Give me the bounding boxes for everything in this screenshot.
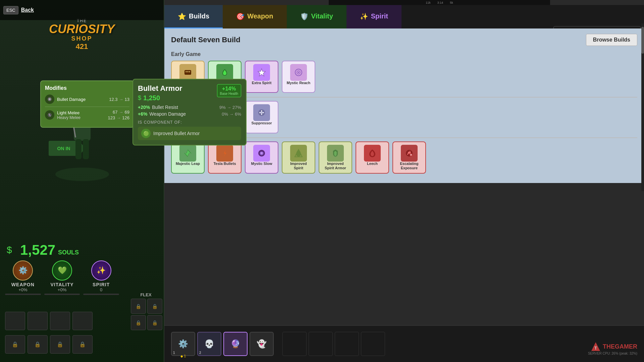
weapon-damage-label: Weapon Damage (149, 111, 186, 117)
empty-slot-2[interactable] (309, 332, 333, 356)
bullet-resist-label: Bullet Resist (152, 105, 178, 110)
equip-slot-8[interactable] (72, 335, 93, 354)
flex-slot-3[interactable] (131, 315, 146, 330)
item-majestic-leap[interactable]: ACTIVE Majestic Leap (171, 141, 205, 174)
mini-stat-1: 11k (426, 1, 431, 4)
vitality-stat-bar (44, 294, 80, 295)
shop-logo: THE CURIOSITY SHOP 421 (48, 18, 115, 51)
vitality-tab-label: Vitality (311, 12, 333, 20)
scrollbar-thumb[interactable] (641, 27, 644, 54)
main-panel: 11k 3:14 5k ⭐ Builds 🎯 Weapon 🛡️ Vitalit… (164, 0, 644, 362)
tab-spirit[interactable]: ✨ Spirit (346, 5, 401, 28)
spirit-tab-icon: ✨ (360, 12, 368, 20)
weapon-stat: ⚙️ WEAPON +0% (5, 260, 41, 295)
souls-amount: 1,527 (20, 242, 55, 258)
item-leech[interactable]: Leech (356, 141, 389, 174)
tab-bar: ⭐ Builds 🎯 Weapon 🛡️ Vitality ✨ Spirit ✕ (164, 5, 644, 28)
browse-builds-button[interactable]: Browse Builds (586, 34, 637, 46)
extra-spirit-name: Extra Spirit (252, 81, 272, 85)
weapon-damage-range: 0% → 6% (222, 112, 241, 117)
svg-text:T: T (594, 346, 597, 351)
scrollbar[interactable] (641, 23, 644, 191)
equip-slot-7[interactable] (50, 335, 70, 354)
spirit-stat: ✨ SPIRIT 0 (83, 260, 119, 295)
esc-button[interactable]: ESC (3, 6, 18, 14)
improved-spirit-armor-name: Improved Spirit Armor (322, 162, 349, 170)
item-mystic-slow[interactable]: Mystic Slow (245, 141, 278, 174)
heavy-to: 126 (122, 115, 129, 120)
component-name: Improved Bullet Armor (153, 131, 200, 136)
health-label: Base Health (220, 92, 238, 96)
equip-slot-5[interactable] (5, 335, 25, 354)
item-tooltip: Bullet Armor $ 1,250 +14% Base Health +2… (132, 79, 247, 145)
spirit-tab-label: Spirit (371, 12, 388, 20)
equip-slot-2[interactable] (28, 312, 48, 330)
suppressor-icon (253, 104, 270, 121)
item-improved-spirit-armor[interactable]: Improved Spirit Armor (319, 141, 352, 174)
extra-spirit-icon (253, 64, 270, 81)
component-item[interactable]: 🟢 Improved Bullet Armor (138, 127, 241, 140)
modifies-title: Modifies (45, 85, 129, 91)
empty-slot-3[interactable] (335, 332, 359, 356)
empty-slot-1[interactable] (282, 332, 307, 356)
bottom-item-4[interactable]: 👻 (250, 332, 274, 356)
back-button[interactable]: Back (21, 7, 34, 13)
vitality-stat-val: +0% (58, 287, 66, 292)
svg-rect-9 (83, 139, 89, 159)
svg-point-17 (185, 71, 187, 72)
enduring-spirit-icon (216, 64, 233, 81)
svg-point-32 (261, 152, 263, 154)
bottom-item-1-icon: ⚙️ (178, 339, 188, 349)
svg-point-18 (187, 71, 189, 72)
svg-text:ON IN: ON IN (57, 146, 70, 151)
escalating-exposure-name: Escalating Exposure (396, 162, 423, 170)
bottom-item-1[interactable]: ⚙️ 1 ◆ 1 (171, 332, 195, 356)
light-melee-label: Light Melee (57, 110, 105, 115)
tesla-bullets-name: Tesla Bullets (213, 162, 236, 166)
light-from: 67 (113, 110, 117, 115)
equip-slot-6[interactable] (28, 335, 48, 354)
souls-label: SOULS (58, 249, 79, 256)
item-mystic-reach[interactable]: Mystic Reach (282, 61, 315, 93)
equip-slot-3[interactable] (50, 312, 70, 330)
equip-slot-4[interactable] (72, 312, 93, 330)
weapon-tab-icon: 🎯 (236, 12, 245, 20)
flex-label: FLEX (131, 292, 161, 297)
weapon-damage-prefix: +6% (138, 111, 147, 117)
equip-slot-1[interactable] (5, 312, 25, 330)
late-game-items: ACTIVE Majestic Leap Tesla Bullets Mysti… (171, 141, 637, 174)
mystic-slow-name: Mystic Slow (251, 162, 272, 166)
price-icon: $ (138, 95, 141, 102)
flex-slot-1[interactable] (131, 299, 146, 314)
item-suppressor[interactable]: Suppressor (245, 101, 278, 133)
item-tesla-bullets[interactable]: Tesla Bullets (208, 141, 241, 174)
flex-slot-2[interactable] (147, 299, 162, 314)
light-melee-vals: 67 → 69 (113, 110, 129, 115)
item-extra-spirit[interactable]: Extra Spirit (245, 61, 278, 93)
svg-point-22 (298, 72, 299, 73)
tab-builds[interactable]: ⭐ Builds (164, 5, 223, 28)
majestic-leap-name: Majestic Leap (176, 162, 200, 166)
spirit-stat-name: SPIRIT (93, 282, 110, 287)
mini-stat-3: 5k (450, 1, 453, 4)
empty-slot-4[interactable] (361, 332, 385, 356)
shop-text: SHOP (48, 35, 115, 42)
bottom-item-bar: ⚙️ 1 ◆ 1 💀 2 🔮 👻 (164, 325, 644, 362)
bottom-item-3[interactable]: 🔮 (223, 332, 248, 356)
heavy-melee-vals: 123 → 126 (108, 115, 129, 120)
bottom-item-2[interactable]: 💀 2 (197, 332, 221, 356)
heavy-from: 123 (108, 115, 115, 120)
weapon-stat-val: +0% (18, 287, 27, 292)
tab-vitality[interactable]: 🛡️ Vitality (287, 5, 346, 28)
bottom-item-4-icon: 👻 (257, 339, 267, 349)
flex-slot-4[interactable] (147, 315, 162, 330)
vitality-tab-icon: 🛡️ (300, 12, 309, 20)
item-improved-spirit[interactable]: Improved Spirit (282, 141, 315, 174)
melee-vals: 67 → 69 123 → 126 (108, 110, 129, 120)
svg-point-0 (55, 168, 109, 181)
tab-weapon[interactable]: 🎯 Weapon (223, 5, 286, 28)
shop-panel: ESC Back THE CURIOSITY SHOP 421 ON IN (0, 0, 164, 362)
light-arrow: → (119, 110, 123, 115)
svg-point-30 (261, 112, 263, 114)
item-escalating-exposure[interactable]: ✕ Escalating Exposure (392, 141, 426, 174)
